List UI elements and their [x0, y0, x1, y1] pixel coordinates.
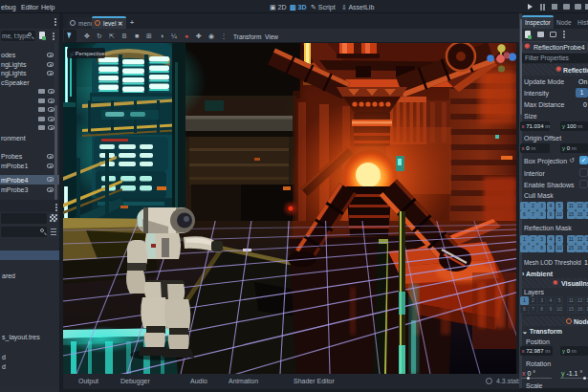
- svg-text:⁝ Perspective: ⁝ Perspective: [72, 51, 106, 56]
